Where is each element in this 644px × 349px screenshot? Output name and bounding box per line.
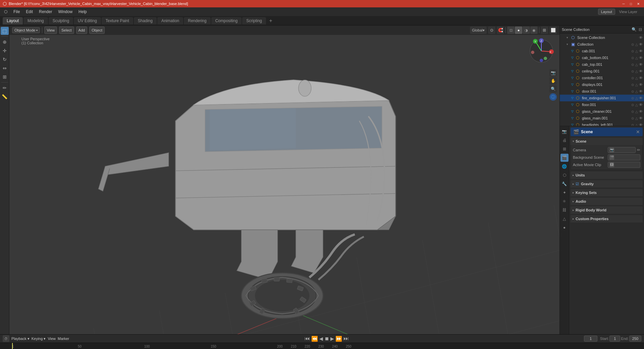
vp-grab-btn[interactable]: ✋: [549, 77, 557, 85]
oi-co-eye[interactable]: 👁: [639, 76, 643, 80]
camera-edit-icon[interactable]: ✏: [637, 148, 640, 152]
marker-menu[interactable]: Marker: [58, 337, 69, 341]
outliner-item-fire-extinguisher[interactable]: ▽ ⬡ fire_extinguisher.001 ⊙ △ 👁: [560, 95, 644, 101]
outliner-item-cab-top[interactable]: ▽ ⬡ cab_top.001 ⊙ △ 👁: [560, 61, 644, 68]
oi-coll-restrict2[interactable]: △: [635, 43, 638, 46]
oi-gc-act2[interactable]: △: [635, 110, 638, 113]
tool-rotate[interactable]: ↻: [1, 55, 9, 63]
prop-tab-modifier[interactable]: 🔧: [560, 180, 569, 188]
oi-do-eye[interactable]: 👁: [639, 89, 643, 93]
outliner-search-icon[interactable]: 🔍: [632, 27, 637, 32]
playback-menu[interactable]: Playback ▾: [11, 337, 30, 341]
prop-tab-particles[interactable]: ✦: [560, 189, 569, 197]
camera-value[interactable]: 📷: [608, 147, 636, 153]
tab-compositing[interactable]: Compositing: [211, 17, 242, 24]
oi-ce-act2[interactable]: △: [635, 69, 638, 73]
tab-scripting[interactable]: Scripting: [242, 17, 266, 24]
play-btn[interactable]: ▶: [330, 336, 334, 341]
oi-fe-eye[interactable]: 👁: [639, 96, 643, 100]
view-menu[interactable]: View: [48, 337, 56, 341]
oi-gm-act2[interactable]: △: [635, 116, 638, 120]
background-scene-value[interactable]: 🎬: [608, 154, 640, 160]
view-layer-label[interactable]: View Layer: [616, 9, 640, 14]
tab-rendering[interactable]: Rendering: [184, 17, 210, 24]
navigation-gizmo[interactable]: X Y Z: [528, 38, 555, 64]
oi-cb-eye[interactable]: 👁: [639, 56, 643, 60]
object-mode-selector[interactable]: Object Mode ▾: [12, 27, 40, 33]
end-frame-input[interactable]: 250: [629, 336, 641, 342]
audio-header[interactable]: ▸ Audio: [571, 198, 643, 205]
tool-annotate[interactable]: ✏: [1, 84, 9, 92]
oi-coll-eye[interactable]: 👁: [639, 42, 643, 46]
oi-ce-act1[interactable]: ⊙: [631, 69, 634, 73]
outliner-item-glass-cleaner[interactable]: ▽ ⬡ glass_cleaner.001 ⊙ △ 👁: [560, 108, 644, 115]
outliner-item-floor[interactable]: ▽ ⬡ floor.001 ⊙ △ 👁: [560, 101, 644, 108]
outliner-item-cab001[interactable]: ▽ ⬡ cab.001 ⊙ △ 👁: [560, 48, 644, 54]
tab-modeling[interactable]: Modeling: [23, 17, 48, 24]
prop-tab-output[interactable]: 🖨: [560, 136, 569, 144]
menu-file[interactable]: File: [11, 9, 22, 15]
prop-pin-icon[interactable]: ✕: [636, 129, 640, 135]
close-button[interactable]: ✕: [635, 1, 641, 6]
overlay-btn[interactable]: ⊞: [541, 27, 548, 34]
outliner-item-ceiling[interactable]: ▽ ⬡ ceiling.001 ⊙ △ 👁: [560, 68, 644, 74]
visibility-eye-icon[interactable]: 👁: [639, 36, 643, 40]
menu-window[interactable]: Window: [55, 9, 75, 15]
menu-help[interactable]: Help: [76, 9, 90, 15]
timeline-mode-selector[interactable]: ⏱: [3, 335, 9, 342]
prop-tab-object-data[interactable]: △: [560, 215, 569, 223]
current-frame-input[interactable]: 1: [584, 336, 597, 342]
rendered-shade-btn[interactable]: ◉: [530, 27, 538, 34]
keying-sets-header[interactable]: ▸ Keying Sets: [571, 189, 643, 196]
keying-menu[interactable]: Keying ▾: [32, 337, 46, 341]
active-movie-clip-value[interactable]: 🎞: [608, 162, 640, 168]
outliner-filter-icon[interactable]: ⊟: [639, 27, 642, 32]
outliner-item-glass-main[interactable]: ▽ ⬡ glass_main.001 ⊙ △ 👁: [560, 115, 644, 121]
tool-measure[interactable]: 📏: [1, 93, 9, 101]
oi-hl-act2[interactable]: △: [635, 123, 638, 126]
prop-tab-scene[interactable]: 🎬: [560, 154, 569, 162]
outliner-item-displays[interactable]: ▽ ⬡ displays.001 ⊙ △ 👁: [560, 81, 644, 88]
vp-zoom-search-btn[interactable]: 🔍: [549, 85, 557, 93]
oi-gc-eye[interactable]: 👁: [639, 109, 643, 113]
outliner-item-collection[interactable]: ▾ ▣ Collection ⊙ △ 👁: [560, 41, 644, 48]
oi-gm-act1[interactable]: ⊙: [631, 116, 634, 120]
oi-fl-act1[interactable]: ⊙: [631, 103, 634, 107]
prop-tab-render[interactable]: 📷: [560, 128, 569, 136]
tool-move[interactable]: ✛: [1, 47, 9, 55]
oi-cb-act2[interactable]: △: [635, 56, 638, 60]
oi-ce-eye[interactable]: 👁: [639, 69, 643, 73]
oi-fl-act2[interactable]: △: [635, 103, 638, 107]
oi-fl-eye[interactable]: 👁: [639, 103, 643, 107]
jump-to-start-btn[interactable]: ⏮: [305, 336, 310, 342]
prop-tab-object[interactable]: ⬡: [560, 171, 569, 179]
menu-edit[interactable]: Edit: [23, 9, 36, 15]
vp-select-menu[interactable]: Select: [59, 27, 74, 34]
outliner-item-headlights-left[interactable]: ▽ ⬡ headlights_left.001 ⊙ △ 👁: [560, 121, 644, 126]
jump-to-end-btn[interactable]: ⏭: [343, 336, 349, 342]
vp-view-menu[interactable]: View: [44, 27, 57, 34]
vp-camera-btn[interactable]: 📷: [549, 69, 557, 77]
global-coord-selector[interactable]: Global ▾: [470, 27, 487, 34]
solid-shade-btn[interactable]: ●: [515, 27, 522, 34]
scene-section-header[interactable]: ▾ Scene: [571, 138, 643, 145]
oi-hl-eye[interactable]: 👁: [639, 123, 643, 126]
play-reverse-btn[interactable]: ◀: [319, 336, 323, 341]
oi-gm-eye[interactable]: 👁: [639, 116, 643, 120]
tab-texture-paint[interactable]: Texture Paint: [102, 17, 133, 24]
current-workspace-selector[interactable]: Layout: [598, 9, 615, 15]
maximize-button[interactable]: □: [628, 1, 634, 6]
oi-ct-eye[interactable]: 👁: [639, 62, 643, 66]
outliner-item-scene-collection[interactable]: ▾ ⬡ Scene Collection 👁: [560, 34, 644, 41]
oi-ct-act2[interactable]: △: [635, 63, 638, 66]
vp-zoom-btn[interactable]: ⓘ: [549, 93, 557, 101]
step-fwd-btn[interactable]: ⏩: [335, 336, 342, 342]
prop-tab-world[interactable]: 🌐: [560, 162, 569, 170]
tool-cursor[interactable]: ⊕: [1, 38, 9, 46]
xray-btn[interactable]: ⬜: [549, 27, 557, 34]
oi-co-act1[interactable]: ⊙: [631, 76, 634, 80]
oi-gc-act1[interactable]: ⊙: [631, 110, 634, 113]
oi-cb-act1[interactable]: ⊙: [631, 56, 634, 60]
outliner-item-door[interactable]: ▽ ⬡ door.001 ⊙ △ 👁: [560, 88, 644, 95]
wireframe-shade-btn[interactable]: ⊡: [507, 27, 515, 34]
